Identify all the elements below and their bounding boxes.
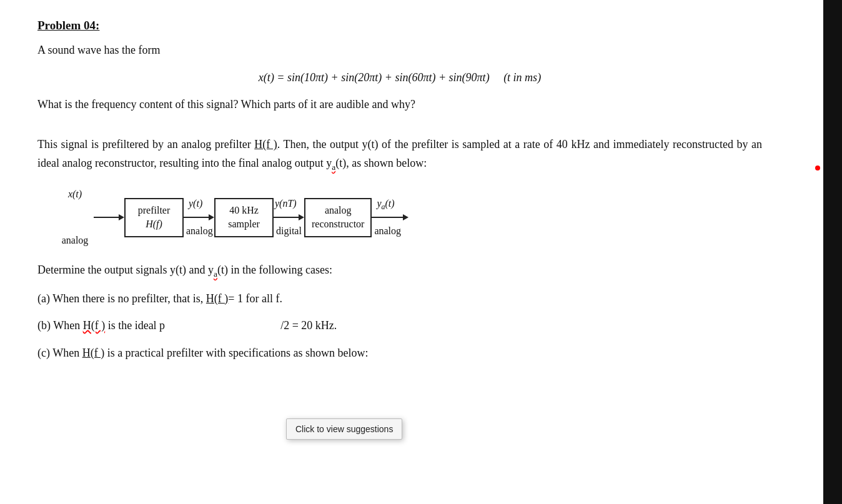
box3-line2: reconstructor [312,217,364,231]
line2 [184,217,209,218]
intro-text: A sound wave has the form [37,44,160,56]
case-c-start: (c) When [37,347,82,359]
node2-bot: digital [276,225,302,237]
node2-top: y(nT) [275,198,297,209]
node0-bot: analog [62,235,89,246]
case-b-mid: is the ideal p [105,319,165,332]
formula-line: x(t) = sin(10πt) + sin(20πt) + sin(60πt)… [37,71,762,84]
box1-line2: H(f) [146,217,162,231]
arrowhead4 [403,214,409,220]
line1 [94,217,119,218]
determine-end: (t) in the following cases: [217,264,332,276]
box3-line1: analog [325,204,352,217]
prefilter-box: prefilter H(f) [124,198,184,237]
arrowhead3 [299,214,304,220]
question1: What is the frequency content of this si… [37,96,762,114]
arrowhead1 [119,214,124,220]
case-c-end: is a practical prefilter with specificat… [104,347,368,359]
arrow3-group: y(nT) digital [274,214,304,220]
case-b: (b) When H(f ) is the ideal p/2 = 20 kHz… [37,317,762,335]
line3 [274,217,299,218]
arrowhead2 [209,214,214,220]
box2-line1: 40 kHz [229,204,259,217]
formula-suffix: (t in ms) [503,71,541,84]
para2-part3: (t), as shown below: [335,157,427,169]
suggestions-tooltip[interactable]: Click to view suggestions [286,418,402,440]
intro-paragraph: A sound wave has the form [37,41,762,60]
case-a-start: (a) When there is no prefilter, that is, [37,292,206,305]
case-a-end: = 1 for all f. [228,292,282,305]
node1-top: y(t) [189,198,202,209]
arrow4-group: ya(t) analog [372,214,409,220]
reconstructor-box: analog reconstructor [304,198,372,237]
node1-bot: analog [186,225,213,237]
case-c-hf: H(f ) [82,347,104,359]
determine-text: Determine the output signals y(t) and y [37,264,214,276]
hf-link: H(f ) [254,138,277,151]
node-xt: x(t) analog [56,205,94,230]
paragraph2: This signal is prefiltered by an analog … [37,136,762,174]
case-a: (a) When there is no prefilter, that is,… [37,290,762,309]
case-b-start: (b) When [37,319,83,332]
node3-bot: analog [374,225,401,237]
case-b-hf: H(f ) [83,319,105,332]
tooltip-text: Click to view suggestions [295,424,393,434]
case-a-hf: H(f ) [206,292,228,305]
case-c: (c) When H(f ) is a practical prefilter … [37,344,762,363]
box2-line2: sampler [228,217,260,231]
box1-line1: prefilter [138,204,171,217]
node3-top: ya(t) [377,198,394,212]
formula-text: x(t) = sin(10πt) + sin(20πt) + sin(60πt)… [259,71,490,84]
determine-paragraph: Determine the output signals y(t) and ya… [37,261,762,281]
case-b-end: /2 = 20 kHz. [280,319,337,332]
node0-top: x(t) [68,189,82,200]
sampler-box: 40 kHz sampler [214,198,274,237]
arrow1 [94,214,124,220]
line4 [372,217,403,218]
problem-title: Problem 04: [37,19,762,32]
red-indicator [815,166,820,170]
right-sidebar [823,0,842,504]
arrow2-group: y(t) analog [184,214,214,220]
para2-part1: This signal is prefiltered by an analog … [37,138,254,151]
block-diagram: x(t) analog prefilter H(f) y(t) analog 4… [56,198,762,237]
